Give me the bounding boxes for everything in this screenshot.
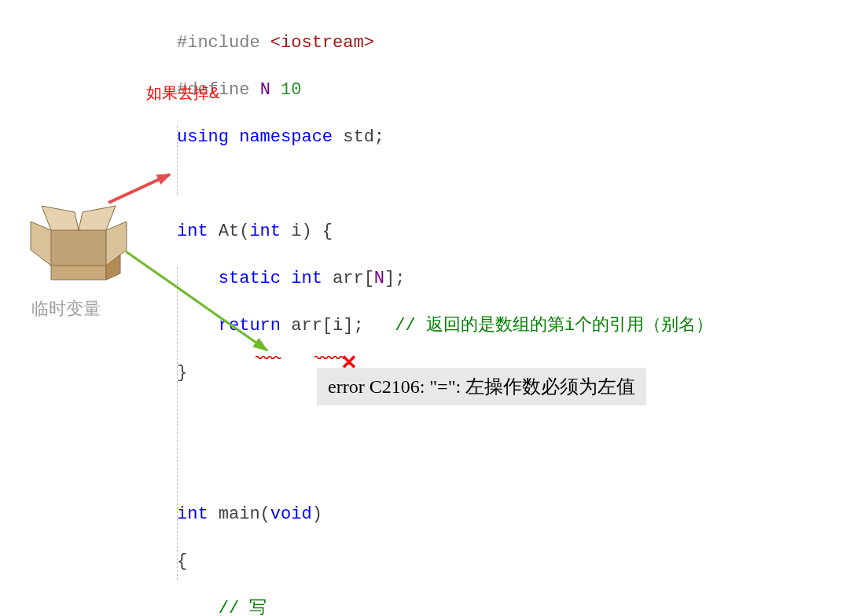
svg-line-11 [126, 251, 267, 350]
compiler-error-box: error C2106: "=": 左操作数必须为左值 [317, 368, 646, 405]
green-arrow [0, 0, 857, 616]
error-squiggle [256, 355, 282, 359]
